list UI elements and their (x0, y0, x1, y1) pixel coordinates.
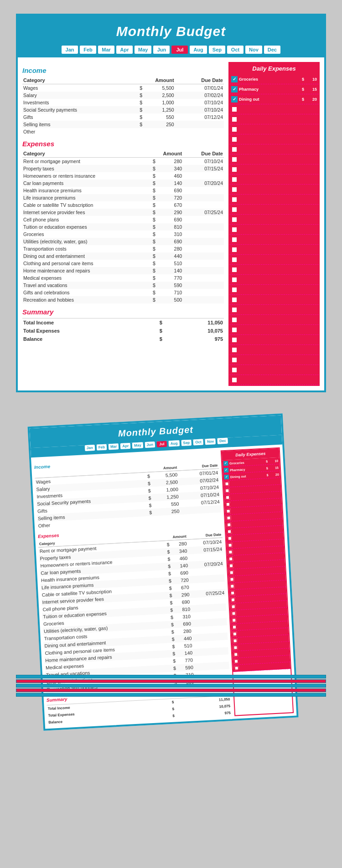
daily-checkbox[interactable] (234, 659, 239, 664)
daily-item-amount (272, 481, 279, 482)
daily-checkbox[interactable] (226, 509, 231, 514)
daily-checkbox-checked[interactable]: ✓ (224, 468, 229, 473)
daily-checkbox[interactable] (229, 563, 234, 568)
daily-checkbox[interactable] (226, 502, 231, 507)
expense-dollar: $ (151, 245, 156, 252)
daily-checkbox[interactable] (231, 277, 238, 283)
daily-checkbox[interactable] (230, 591, 235, 596)
month-tab-nov[interactable]: Nov (245, 46, 262, 54)
daily-checkbox[interactable] (231, 377, 238, 383)
s-month-tab-jun[interactable]: Jun (145, 442, 155, 448)
daily-checkbox[interactable] (231, 226, 238, 233)
s-month-tab-apr[interactable]: Apr (120, 443, 131, 449)
daily-checkbox[interactable] (228, 543, 233, 548)
daily-checkbox[interactable] (231, 597, 236, 602)
daily-checkbox[interactable] (231, 206, 238, 213)
month-tab-sep[interactable]: Sep (209, 46, 225, 54)
daily-item-label (237, 598, 272, 600)
expense-category: Clothing and personal care items (22, 260, 151, 267)
daily-checkbox[interactable] (231, 347, 238, 353)
daily-item-label: Pharmacy (239, 87, 301, 92)
month-tab-jan[interactable]: Jan (62, 46, 78, 54)
left-column: Income Category Amount Due Date Wages $ … (22, 62, 224, 386)
daily-expense-row (229, 134, 319, 144)
daily-checkbox[interactable] (229, 570, 234, 575)
s-month-tab-may[interactable]: May (132, 442, 143, 448)
s-month-tab-aug[interactable]: Aug (169, 440, 180, 447)
daily-checkbox-checked[interactable]: ✓ (224, 475, 229, 480)
daily-checkbox[interactable] (228, 550, 233, 555)
daily-checkbox-checked[interactable]: ✓ (223, 461, 228, 466)
daily-checkbox[interactable] (231, 317, 238, 323)
s-month-tab-mar[interactable]: Mar (109, 443, 119, 450)
s-month-tab-jan[interactable]: Jan (85, 445, 95, 451)
daily-checkbox[interactable] (232, 618, 237, 623)
daily-checkbox[interactable] (230, 584, 235, 589)
daily-checkbox[interactable] (231, 604, 236, 609)
daily-checkbox[interactable] (231, 176, 238, 183)
daily-checkbox[interactable] (231, 367, 238, 373)
daily-checkbox[interactable] (231, 287, 238, 293)
daily-checkbox[interactable] (232, 625, 237, 630)
daily-checkbox[interactable] (231, 337, 238, 343)
s-month-tab-oct[interactable]: Oct (193, 439, 204, 445)
daily-item-label: Groceries (239, 77, 301, 82)
daily-checkbox[interactable] (231, 186, 238, 193)
daily-checkbox[interactable] (231, 247, 238, 253)
daily-checkbox[interactable] (229, 577, 234, 582)
daily-checkbox[interactable] (231, 357, 238, 363)
daily-checkbox[interactable] (231, 146, 238, 153)
income-category: Selling items (22, 121, 138, 128)
daily-checkbox[interactable] (233, 632, 238, 637)
daily-checkbox[interactable] (231, 126, 238, 133)
daily-checkbox[interactable] (231, 166, 238, 173)
daily-checkbox[interactable] (225, 495, 230, 500)
income-row: Other (22, 128, 224, 135)
daily-checkbox[interactable] (231, 307, 238, 313)
month-tab-feb[interactable]: Feb (80, 46, 96, 54)
month-tab-jun[interactable]: Jun (153, 46, 170, 54)
daily-checkbox[interactable] (231, 327, 238, 333)
daily-checkbox[interactable] (231, 297, 238, 303)
daily-checkbox-checked[interactable]: ✓ (231, 76, 238, 82)
daily-checkbox[interactable] (231, 267, 238, 273)
summary-amount: 10,075 (163, 327, 224, 335)
month-tab-apr[interactable]: Apr (116, 46, 133, 54)
daily-checkbox[interactable] (228, 536, 233, 541)
daily-checkbox[interactable] (233, 638, 238, 643)
daily-checkbox[interactable] (231, 196, 238, 203)
s-month-tab-nov[interactable]: Nov (205, 438, 216, 445)
daily-checkbox[interactable] (226, 516, 231, 521)
daily-checkbox[interactable] (231, 116, 238, 123)
daily-checkbox[interactable] (231, 136, 238, 143)
daily-checkbox[interactable] (231, 216, 238, 223)
daily-item-label: Groceries (229, 460, 264, 465)
month-tab-jul[interactable]: Jul (171, 46, 188, 54)
daily-checkbox-checked[interactable]: ✓ (231, 86, 238, 92)
month-tab-dec[interactable]: Dec (264, 46, 280, 54)
daily-checkbox[interactable] (233, 652, 238, 657)
daily-checkbox[interactable] (231, 236, 238, 243)
month-tab-may[interactable]: May (135, 46, 151, 54)
daily-checkbox[interactable] (233, 645, 238, 650)
s-month-tab-sep[interactable]: Sep (181, 440, 192, 446)
s-month-tab-feb[interactable]: Feb (97, 444, 107, 451)
daily-checkbox[interactable] (225, 488, 230, 493)
expense-dollar: $ (151, 252, 156, 260)
daily-checkbox[interactable] (231, 611, 236, 616)
month-tab-oct[interactable]: Oct (227, 46, 244, 54)
s-month-tab-jul[interactable]: Jul (157, 441, 167, 447)
daily-checkbox[interactable] (231, 106, 238, 113)
month-tab-mar[interactable]: Mar (98, 46, 114, 54)
daily-checkbox[interactable] (231, 156, 238, 163)
daily-checkbox[interactable] (224, 482, 229, 487)
daily-checkbox-checked[interactable]: ✓ (231, 96, 238, 103)
daily-checkbox[interactable] (228, 556, 233, 561)
daily-checkbox[interactable] (227, 522, 232, 527)
daily-checkbox[interactable] (231, 257, 238, 263)
s-month-tab-dec[interactable]: Dec (218, 438, 228, 444)
income-amount (143, 128, 175, 135)
daily-checkbox[interactable] (234, 666, 239, 671)
daily-checkbox[interactable] (227, 529, 232, 534)
month-tab-aug[interactable]: Aug (190, 46, 207, 54)
